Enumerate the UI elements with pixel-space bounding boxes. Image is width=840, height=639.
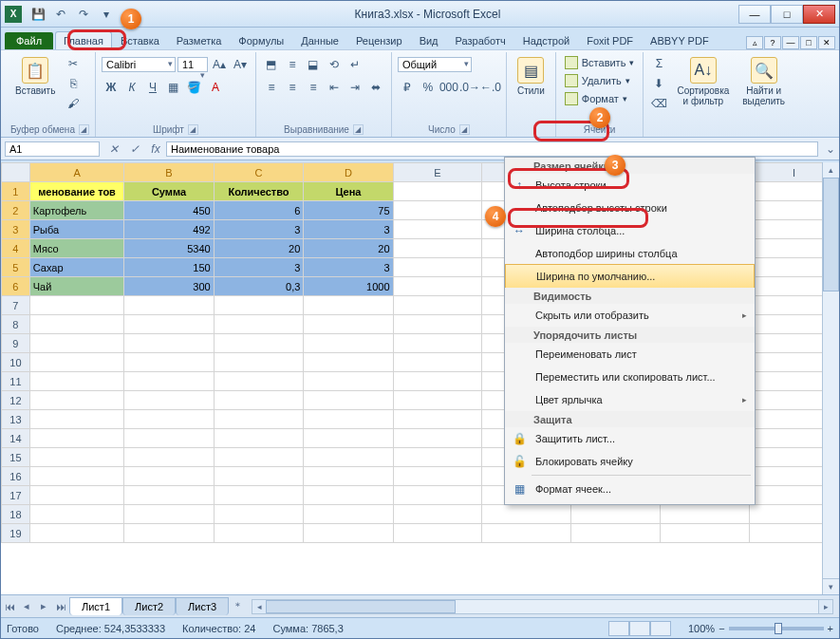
- menu-default-width[interactable]: Ширина по умолчанию...: [505, 264, 755, 289]
- new-sheet-icon[interactable]: ＊: [229, 598, 246, 615]
- tab-formulas[interactable]: Формулы: [230, 31, 292, 49]
- row-header-2[interactable]: 2: [2, 201, 30, 220]
- italic-icon[interactable]: К: [122, 78, 141, 97]
- indent-inc-icon[interactable]: ⇥: [345, 78, 364, 97]
- shrink-font-icon[interactable]: A▾: [231, 55, 250, 74]
- cell-A4[interactable]: Мясо: [29, 239, 124, 258]
- tab-home[interactable]: Главная: [55, 31, 112, 49]
- col-header-D[interactable]: D: [304, 163, 393, 182]
- cell-D4[interactable]: 20: [304, 239, 393, 258]
- tab-review[interactable]: Рецензир: [347, 31, 411, 49]
- font-size-dropdown[interactable]: 11: [177, 57, 208, 72]
- tab-data[interactable]: Данные: [292, 31, 347, 49]
- cell-B5[interactable]: 150: [124, 258, 214, 277]
- dec-decimal-icon[interactable]: ←.0: [481, 78, 500, 97]
- number-format-dropdown[interactable]: Общий: [398, 57, 472, 72]
- col-header-B[interactable]: B: [124, 163, 214, 182]
- row-header-14[interactable]: 14: [2, 429, 30, 448]
- cell-B6[interactable]: 300: [124, 277, 214, 296]
- help-icon[interactable]: ?: [764, 36, 781, 49]
- save-icon[interactable]: 💾: [28, 4, 48, 25]
- cell-D5[interactable]: 3: [304, 258, 393, 277]
- cut-icon[interactable]: ✂: [64, 54, 83, 73]
- delete-cells-button[interactable]: Удалить▾: [562, 72, 638, 89]
- sheet-nav-next-icon[interactable]: ▸: [35, 598, 52, 615]
- cell-A3[interactable]: Рыба: [29, 220, 124, 239]
- format-cells-button[interactable]: Формат▾: [562, 90, 638, 107]
- sheet-tab-1[interactable]: Лист1: [69, 597, 122, 615]
- sheet-nav-first-icon[interactable]: ⏮: [1, 598, 18, 615]
- find-select-button[interactable]: 🔍 Найти и выделить: [737, 54, 790, 113]
- col-header-E[interactable]: E: [393, 163, 482, 182]
- minimize-button[interactable]: —: [738, 5, 771, 24]
- tab-developer[interactable]: Разработч: [447, 31, 514, 49]
- merge-icon[interactable]: ⬌: [366, 78, 385, 97]
- row-header-15[interactable]: 15: [2, 448, 30, 467]
- sort-filter-button[interactable]: A↓ Сортировка и фильтр: [672, 54, 734, 113]
- ribbon-minimize-icon[interactable]: ▵: [746, 36, 763, 49]
- row-header-3[interactable]: 3: [2, 220, 30, 239]
- fx-icon[interactable]: fx: [145, 141, 166, 158]
- menu-tab-color[interactable]: Цвет ярлычка▸: [505, 388, 755, 411]
- col-header-A[interactable]: A: [29, 163, 124, 182]
- cell-A2[interactable]: Картофель: [29, 201, 124, 220]
- align-bottom-icon[interactable]: ⬓: [304, 55, 323, 74]
- expand-formula-icon[interactable]: ⌄: [822, 142, 839, 156]
- cell-C1[interactable]: Количество: [214, 182, 304, 201]
- menu-protect-sheet[interactable]: 🔒Защитить лист...: [505, 427, 755, 450]
- zoom-level[interactable]: 100%: [688, 623, 715, 634]
- paste-button[interactable]: 📋 Вставить: [10, 54, 60, 113]
- underline-icon[interactable]: Ч: [143, 78, 162, 97]
- menu-row-height[interactable]: ↕Высота строки...: [505, 174, 755, 197]
- name-box[interactable]: [5, 141, 100, 157]
- inc-decimal-icon[interactable]: .0→: [460, 78, 479, 97]
- row-header-18[interactable]: 18: [2, 505, 30, 524]
- menu-column-width[interactable]: ↔Ширина столбца...: [505, 219, 755, 242]
- cell-B4[interactable]: 5340: [124, 239, 214, 258]
- sheet-nav-last-icon[interactable]: ⏭: [52, 598, 69, 615]
- wrap-text-icon[interactable]: ↵: [345, 55, 364, 74]
- styles-button[interactable]: ▤ Стили: [513, 54, 550, 99]
- align-launcher-icon[interactable]: ◢: [353, 124, 364, 135]
- normal-view-icon[interactable]: [608, 621, 629, 636]
- comma-icon[interactable]: 000: [439, 78, 458, 97]
- insert-cells-button[interactable]: Вставить▾: [562, 54, 638, 71]
- file-tab[interactable]: Файл: [5, 32, 53, 49]
- doc-restore-icon[interactable]: □: [800, 36, 817, 49]
- formula-input[interactable]: [166, 141, 818, 157]
- cell-D6[interactable]: 1000: [304, 277, 393, 296]
- enter-formula-icon[interactable]: ✓: [124, 141, 145, 158]
- bold-icon[interactable]: Ж: [102, 78, 121, 97]
- menu-hide-unhide[interactable]: Скрыть или отобразить▸: [505, 304, 755, 327]
- menu-autofit-row[interactable]: Автоподбор высоты строки: [505, 197, 755, 219]
- autosum-icon[interactable]: Σ: [649, 54, 668, 73]
- copy-icon[interactable]: ⎘: [64, 74, 83, 93]
- tab-abbyy[interactable]: ABBYY PDF: [642, 31, 718, 49]
- zoom-out-icon[interactable]: −: [719, 623, 724, 634]
- align-middle-icon[interactable]: ≡: [283, 55, 302, 74]
- row-header-17[interactable]: 17: [2, 486, 30, 505]
- cell-B2[interactable]: 450: [124, 201, 214, 220]
- clipboard-launcher-icon[interactable]: ◢: [79, 124, 89, 135]
- cell-D3[interactable]: 3: [304, 220, 393, 239]
- cell-A6[interactable]: Чай: [29, 277, 124, 296]
- col-header-C[interactable]: C: [214, 163, 304, 182]
- align-left-icon[interactable]: ≡: [262, 78, 281, 97]
- font-color-icon[interactable]: A: [206, 78, 225, 97]
- fill-icon[interactable]: ⬇: [649, 74, 668, 93]
- doc-min-icon[interactable]: —: [782, 36, 799, 49]
- row-header-4[interactable]: 4: [2, 239, 30, 258]
- cell-A5[interactable]: Сахар: [29, 258, 124, 277]
- orientation-icon[interactable]: ⟲: [325, 55, 344, 74]
- row-header-12[interactable]: 12: [2, 391, 30, 410]
- align-top-icon[interactable]: ⬒: [262, 55, 281, 74]
- sheet-tab-2[interactable]: Лист2: [122, 597, 176, 615]
- percent-icon[interactable]: %: [419, 78, 438, 97]
- cell-B1[interactable]: Сумма: [124, 182, 214, 201]
- row-header-1[interactable]: 1: [2, 182, 30, 201]
- sheet-tab-3[interactable]: Лист3: [176, 597, 229, 615]
- menu-format-cells[interactable]: ▦Формат ячеек...: [505, 478, 755, 500]
- sheet-nav-prev-icon[interactable]: ◂: [18, 598, 35, 615]
- horizontal-scrollbar[interactable]: [252, 599, 833, 614]
- row-header-19[interactable]: 19: [2, 524, 30, 543]
